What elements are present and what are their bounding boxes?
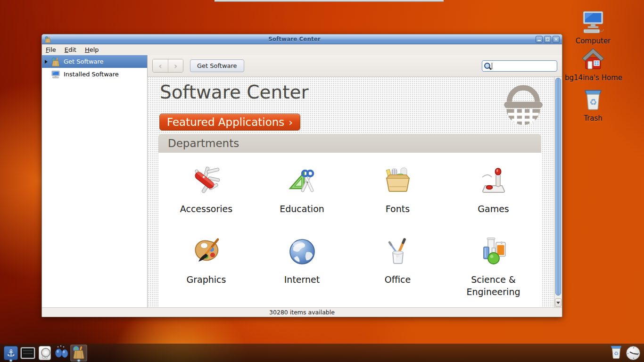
desktop-icon-home[interactable]: bg14ina's Home [565,47,621,82]
media-player-icon [39,346,51,360]
tray-item-clock[interactable] [625,345,642,362]
terminal-icon [21,347,35,359]
department-label: Internet [267,274,338,286]
desktop-icon-label: bg14ina's Home [565,74,621,82]
tray-item-trash[interactable]: ♻ [608,345,625,362]
expander-icon[interactable] [45,60,48,64]
menu-file[interactable]: File [46,46,56,53]
trash-icon: ♻ [582,88,604,113]
software-bag-icon [72,345,86,361]
desktop-icon-label: Trash [565,114,621,123]
software-center-window: Software Center ✕ File Edit Help Get Sof… [41,34,562,317]
svg-text:♻: ♻ [589,97,597,107]
sidebar-item-label: Get Software [64,58,104,65]
pencil-cup-icon [383,236,413,267]
department-label: Science & Engineering [458,274,529,298]
department-education[interactable]: Education [254,165,350,236]
scrollbar-down-button[interactable] [555,298,561,307]
text-caret [492,63,492,69]
home-icon [581,47,605,73]
computer-monitor-icon [51,70,60,79]
menu-edit[interactable]: Edit [65,46,76,53]
computer-icon [580,10,606,36]
desktop-icon-trash[interactable]: ♻ Trash [565,88,621,123]
department-games[interactable]: Games [446,165,541,236]
path-button-get-software[interactable]: Get Software [190,59,244,72]
department-label: Graphics [171,274,242,286]
running-indicator [78,360,80,362]
taskbar-item-software-center[interactable] [70,345,87,362]
department-fonts[interactable]: Fonts [350,165,446,236]
sidebar-item-label: Installed Software [64,71,119,78]
running-indicator [10,360,12,362]
desktop-icon-computer[interactable]: Computer [565,10,621,45]
software-center-app-icon [44,36,51,43]
trash-icon: ♻ [609,344,623,362]
close-button[interactable]: ✕ [553,36,560,43]
featured-applications-button[interactable]: Featured Applications › [159,114,300,131]
paint-palette-icon [191,236,222,267]
department-label: Accessories [171,203,242,215]
status-bar: 30280 items available [42,307,562,317]
window-titlebar[interactable]: Software Center ✕ [42,34,562,44]
forward-button[interactable]: › [168,59,183,72]
desktop-icon-label: Computer [565,37,621,45]
chevron-right-icon: › [289,116,293,128]
page-title: Software Center [160,82,309,103]
menu-help[interactable]: Help [85,46,99,53]
search-input[interactable] [494,62,555,70]
offscreen-window-edge [215,0,444,2]
department-label: Games [458,203,529,215]
departments-panel: Accessories [158,153,541,307]
svg-text:♻: ♻ [614,350,619,357]
department-office[interactable]: Office [350,236,446,306]
taskbar: ⚓ [0,344,644,362]
globe-icon [287,236,317,267]
departments-header: Departments [158,134,541,153]
taskbar-item-balloons[interactable] [53,345,70,362]
clock-icon [626,346,640,360]
department-label: Fonts [363,203,433,215]
maximize-button[interactable] [544,36,551,43]
vertical-scrollbar[interactable] [554,77,562,307]
sidebar-item-installed-software[interactable]: Installed Software [42,68,147,81]
software-bag-icon [51,57,60,66]
shopping-basket-icon [502,82,545,129]
taskbar-item-media-player[interactable] [36,345,53,362]
sidebar-item-get-software[interactable]: Get Software [42,55,147,68]
department-graphics[interactable]: Graphics [158,236,254,306]
scrollbar-thumb[interactable] [555,78,561,296]
window-title: Software Center [53,36,536,42]
swiss-army-knife-icon [191,165,222,196]
back-button[interactable]: ‹ [153,59,168,72]
department-label: Education [267,203,338,215]
department-science-engineering[interactable]: Science & Engineering [446,236,541,306]
department-label: Office [363,274,433,286]
supply-box-icon [383,165,413,196]
menu-bar: File Edit Help [42,44,562,55]
search-box[interactable] [482,60,557,72]
minimize-button[interactable] [536,36,543,43]
anchor-icon: ⚓ [4,346,18,360]
balloons-icon [54,345,69,361]
taskbar-item-terminal[interactable] [19,345,36,362]
department-internet[interactable]: Internet [254,236,350,306]
set-square-scissors-icon [287,165,317,196]
joystick-icon [479,165,509,196]
content-area: Software Center Featured Applications › [148,77,554,307]
search-icon [484,63,490,69]
department-accessories[interactable]: Accessories [158,165,254,236]
chemistry-flasks-icon [479,236,509,267]
sidebar: Get Software Installed Software [42,55,148,307]
toolbar: ‹ › Get Software [148,55,562,77]
status-text: 30280 items available [269,309,335,316]
taskbar-item-anchor[interactable]: ⚓ [2,345,19,362]
